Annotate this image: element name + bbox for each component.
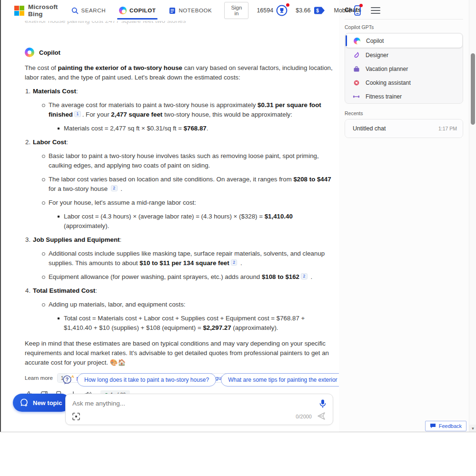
cost-list-item: Total Estimated Cost:Adding up materials… [33, 286, 333, 333]
fitness-trainer-icon [353, 93, 360, 100]
cost-sub-item: Basic labor to paint a two-story house i… [41, 151, 333, 170]
cost-formula-item: Materials cost = 2,477 sq ft × $0.31/sq … [57, 124, 333, 133]
mobile-phone-icon [354, 5, 361, 16]
tab-copilot[interactable]: COPILOT [118, 4, 157, 17]
cost-list-item: Job Supplies and Equipment:Additional co… [33, 235, 333, 282]
citation-superscript[interactable]: 1 [74, 111, 81, 117]
window-edge [0, 0, 1, 432]
cost-formula-item: Total cost = Materials cost + Labor cost… [57, 314, 333, 333]
brand-label: Microsoft Bing [28, 3, 58, 18]
chat-main: exterior house painting cost 2477 square… [25, 0, 333, 399]
designer-icon [353, 52, 360, 59]
cost-sub-item: Adding up materials, labor, and equipmen… [41, 300, 333, 333]
mobile-label: Mobile [334, 7, 351, 14]
char-counter: 0/2000 [296, 414, 312, 419]
search-icon [71, 7, 79, 14]
cost-sub-item: Equipment allowance (for power washing, … [41, 272, 333, 282]
cashback-amount: $3.66 [296, 7, 310, 14]
learn-more-label: Learn more [25, 375, 53, 381]
cooking-assistant-icon [353, 79, 360, 86]
gpt-item-label: Fitness trainer [366, 93, 402, 100]
cost-sub-item: For your house, let's assume a mid-range… [41, 198, 333, 231]
svg-text:$: $ [317, 8, 319, 13]
suggestion-row: ? How long does it take to paint a two-s… [62, 373, 380, 387]
gpt-item-label: Cooking assistant [366, 79, 411, 86]
tab-copilot-label: COPILOT [129, 8, 156, 13]
cost-list-item: Materials Cost:The average cost for mate… [33, 87, 333, 133]
suggestion-pill-list: How long does it take to paint a two-sto… [77, 373, 380, 387]
send-icon[interactable] [317, 411, 326, 421]
notebook-icon [169, 7, 176, 14]
tab-notebook-label: NOTEBOOK [178, 8, 212, 13]
gpt-item-label: Copilot [366, 38, 384, 44]
tab-notebook[interactable]: NOTEBOOK [168, 4, 213, 17]
bing-brand[interactable]: Microsoft Bing [14, 3, 58, 18]
gpt-item-designer[interactable]: Designer [345, 48, 463, 62]
rewards-trophy-icon [276, 5, 288, 16]
chats-sidebar: Chats Copilot GPTs CopilotDesignerVacati… [339, 0, 469, 432]
feedback-bubble-icon [430, 423, 436, 429]
recent-chat-title: Untitled chat [353, 125, 386, 132]
copilot-icon [119, 7, 127, 14]
tab-search[interactable]: SEARCH [70, 4, 107, 17]
rewards-widget[interactable]: 16594 [257, 5, 288, 16]
chat-input-placeholder: Ask me anything... [72, 400, 125, 407]
visual-search-icon[interactable] [72, 412, 80, 421]
scroll-down-arrow-icon[interactable]: ▼ [469, 425, 476, 432]
cost-breakdown-list: Materials Cost:The average cost for mate… [25, 87, 333, 333]
tab-search-label: SEARCH [81, 8, 106, 13]
cost-formula-item: Labor cost = (4.3 hours) × (average labo… [57, 212, 333, 231]
recent-chat-item[interactable]: Untitled chat1:17 PM [345, 119, 463, 138]
feedback-label: Feedback [439, 423, 462, 429]
rewards-points: 16594 [257, 7, 273, 14]
price-tag-icon: $ [313, 6, 326, 15]
scrollbar-thumb[interactable] [471, 53, 475, 125]
cost-sub-item: The average cost for materials to paint … [41, 100, 333, 133]
gpts-card: CopilotDesignerVacation plannerCooking a… [345, 33, 463, 104]
nav-right: Sign in 16594 $3.66 $ Mobile [224, 2, 387, 19]
gpt-item-label: Designer [366, 52, 388, 59]
cost-sub-item: Additional costs include supplies like m… [41, 249, 333, 268]
gpts-section-label: Copilot GPTs [339, 20, 469, 33]
gpt-item-label: Vacation planner [366, 66, 408, 72]
sign-in-button[interactable]: Sign in [224, 2, 248, 19]
notification-dot [359, 4, 363, 7]
gpt-item-vacation-planner[interactable]: Vacation planner [345, 62, 463, 76]
feedback-button[interactable]: Feedback [425, 421, 466, 431]
new-topic-button[interactable]: New topic [13, 394, 70, 412]
svg-text:?: ? [66, 377, 69, 382]
mobile-widget[interactable]: Mobile [334, 5, 361, 16]
hamburger-menu-icon[interactable] [371, 7, 380, 14]
copilot-page: Microsoft Bing SEARCH COPILOT NOTEBOOK S… [0, 0, 476, 432]
citation-superscript[interactable]: 2 [301, 273, 307, 279]
new-topic-label: New topic [33, 399, 62, 407]
page-scrollbar[interactable]: ▼ [469, 0, 476, 432]
vacation-planner-icon [353, 66, 360, 72]
author-name: Copilot [39, 49, 60, 56]
recents-card: Untitled chat1:17 PM [345, 119, 463, 138]
cost-list-item: Labor Cost:Basic labor to paint a two-st… [33, 138, 333, 231]
microsoft-logo-icon [14, 6, 24, 16]
answer-closing-paragraph: Keep in mind that these estimates are ba… [25, 339, 333, 367]
top-nav: Microsoft Bing SEARCH COPILOT NOTEBOOK S… [1, 0, 339, 21]
notification-dot [286, 3, 289, 7]
copilot-gpt-icon [354, 38, 360, 44]
gpt-item-copilot[interactable]: Copilot [346, 34, 462, 48]
gpt-item-cooking-assistant[interactable]: Cooking assistant [345, 76, 463, 89]
suggestion-pill-1[interactable]: How long does it take to paint a two-sto… [77, 373, 216, 387]
message-header: Copilot [25, 48, 333, 57]
microphone-icon[interactable] [319, 399, 327, 408]
citation-superscript[interactable]: 2 [231, 259, 238, 266]
copilot-avatar-icon [25, 48, 34, 57]
chat-input-box[interactable]: Ask me anything... 0/2000 [65, 394, 333, 425]
citation-superscript[interactable]: 2 [111, 185, 118, 191]
gpt-item-fitness-trainer[interactable]: Fitness trainer [345, 89, 463, 103]
recents-section-label: Recents [339, 104, 469, 119]
new-chat-icon [20, 398, 29, 407]
question-bubble-icon: ? [62, 375, 72, 385]
cost-sub-item: The labor cost varies based on location … [41, 175, 333, 194]
cashback-widget[interactable]: $3.66 $ [296, 6, 326, 15]
recent-chat-time: 1:17 PM [438, 126, 457, 131]
answer-intro-paragraph: The cost of painting the exterior of a t… [25, 63, 333, 82]
